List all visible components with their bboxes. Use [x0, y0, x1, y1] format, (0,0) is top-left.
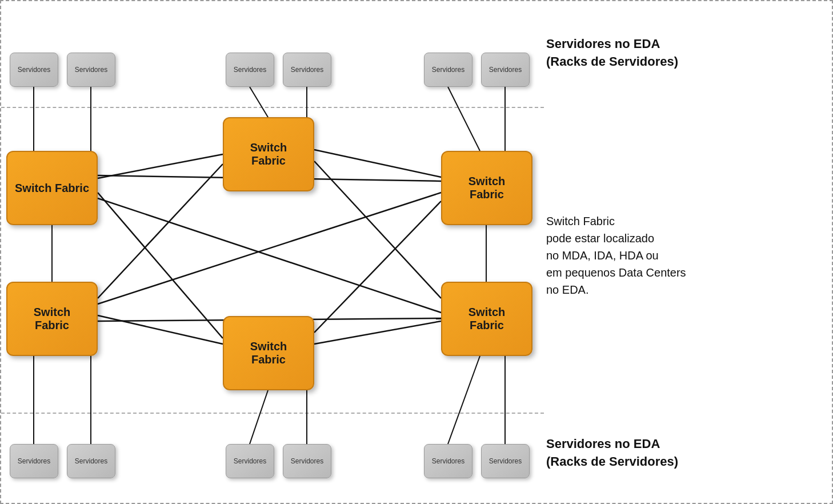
svg-line-13: [98, 193, 223, 338]
server-bottom-center-1: Servidores: [226, 444, 274, 478]
server-top-left-1: Servidores: [10, 53, 58, 87]
server-top-right-2: Servidores: [481, 53, 530, 87]
switch-fabric-left-bottom: SwitchFabric: [6, 282, 98, 356]
svg-line-18: [98, 193, 441, 304]
switch-fabric-center-top: SwitchFabric: [223, 117, 314, 191]
svg-line-2: [250, 87, 268, 117]
svg-line-8: [250, 390, 268, 444]
dashed-line-top: [1, 107, 544, 108]
svg-line-22: [314, 201, 441, 333]
svg-line-17: [98, 315, 223, 344]
server-bottom-left-1: Servidores: [10, 444, 58, 478]
label-top-right: Servidores no EDA (Racks de Servidores): [546, 35, 820, 71]
switch-fabric-center-bottom: SwitchFabric: [223, 316, 314, 390]
server-top-left-2: Servidores: [67, 53, 115, 87]
label-bottom-right: Servidores no EDA (Racks de Servidores): [546, 435, 820, 471]
server-bottom-center-2: Servidores: [283, 444, 331, 478]
svg-line-23: [314, 321, 441, 344]
svg-line-21: [314, 161, 441, 298]
main-diagram: Switch Fabric SwitchFabric SwitchFabric …: [0, 0, 833, 504]
svg-line-20: [314, 150, 441, 177]
svg-line-16: [98, 164, 223, 298]
label-middle-right: Switch Fabric pode estar localizado no M…: [546, 213, 820, 298]
switch-fabric-right-bottom: SwitchFabric: [441, 282, 532, 356]
svg-line-4: [448, 87, 480, 151]
server-bottom-right-1: Servidores: [424, 444, 472, 478]
server-top-right-1: Servidores: [424, 53, 472, 87]
server-top-center-2: Servidores: [283, 53, 331, 87]
switch-fabric-right-top: SwitchFabric: [441, 151, 532, 225]
server-top-center-1: Servidores: [226, 53, 274, 87]
svg-line-15: [98, 198, 441, 313]
server-bottom-right-2: Servidores: [481, 444, 530, 478]
dashed-line-bottom: [1, 413, 544, 414]
svg-line-12: [98, 154, 223, 178]
switch-fabric-left-top: Switch Fabric: [6, 151, 98, 225]
server-bottom-left-2: Servidores: [67, 444, 115, 478]
svg-line-10: [448, 356, 480, 444]
